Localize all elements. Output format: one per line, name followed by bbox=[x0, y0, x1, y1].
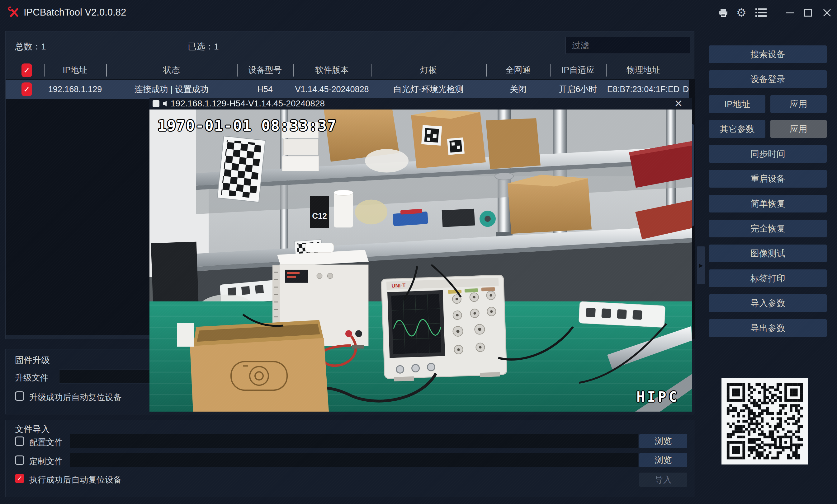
col-header-status[interactable]: 状态 bbox=[163, 62, 180, 79]
video-window-icon bbox=[153, 100, 159, 107]
close-button[interactable] bbox=[820, 5, 834, 20]
cell-model: H54 bbox=[257, 80, 273, 99]
row-checkbox[interactable]: ✓ bbox=[21, 82, 32, 96]
stats-row: 总数：1 已选：1 bbox=[5, 32, 694, 62]
app-logo-icon bbox=[7, 6, 20, 19]
firmware-section-title: 固件升级 bbox=[15, 354, 50, 366]
custom-file-label: 定制文件 bbox=[29, 456, 63, 467]
column-separator bbox=[293, 64, 293, 77]
table-header: ✓ IP地址 状态 设备型号 软件版本 灯板 全网通 IP自适应 物理地址 bbox=[5, 62, 694, 79]
camera-frame: C12 bbox=[149, 110, 692, 412]
preview-close-button[interactable]: ✕ bbox=[671, 98, 685, 110]
qr-code bbox=[722, 378, 808, 465]
device-row[interactable]: ✓ 192.168.1.129 连接成功 | 设置成功 H54 V1.14.45… bbox=[5, 80, 689, 99]
minimize-button[interactable] bbox=[783, 5, 797, 20]
menu-list-icon[interactable] bbox=[754, 5, 768, 20]
custom-file-input[interactable] bbox=[70, 453, 638, 467]
simple-restore-button[interactable]: 简单恢复 bbox=[709, 195, 827, 212]
firmware-auto-reset-label: 升级成功后自动复位设备 bbox=[29, 392, 122, 403]
import-auto-reset-checkbox[interactable]: ✓ bbox=[15, 474, 24, 483]
column-separator bbox=[606, 64, 607, 77]
column-separator bbox=[106, 64, 107, 77]
ip-address-button[interactable]: IP地址 bbox=[709, 95, 765, 113]
config-file-label: 配置文件 bbox=[29, 437, 63, 448]
device-login-button[interactable]: 设备登录 bbox=[709, 70, 827, 88]
column-separator bbox=[237, 64, 237, 77]
cell-ip: 192.168.1.129 bbox=[48, 80, 102, 99]
app-title: IPCBatchTool V2.0.0.82 bbox=[24, 0, 126, 25]
label-print-button[interactable]: 标签打印 bbox=[709, 269, 827, 287]
reboot-device-button[interactable]: 重启设备 bbox=[709, 170, 827, 188]
custom-browse-button[interactable]: 浏览 bbox=[639, 453, 687, 467]
file-import-section-title: 文件导入 bbox=[15, 424, 50, 435]
image-test-button[interactable]: 图像测试 bbox=[709, 244, 827, 262]
video-timestamp: 1970-01-01 08:33:37 bbox=[158, 117, 337, 134]
svg-text:C12: C12 bbox=[312, 211, 327, 221]
filter-input[interactable] bbox=[566, 37, 690, 54]
cell-lightboard: 白光灯-环境光检测 bbox=[394, 80, 464, 99]
import-params-button[interactable]: 导入参数 bbox=[709, 294, 827, 312]
col-header-ip[interactable]: IP地址 bbox=[63, 62, 88, 79]
video-watermark: HIPC bbox=[637, 389, 679, 405]
ip-apply-button[interactable]: 应用 bbox=[770, 95, 827, 113]
cell-ipadaptive: 开启6小时 bbox=[558, 80, 597, 99]
col-header-model[interactable]: 设备型号 bbox=[248, 62, 282, 79]
other-apply-button[interactable]: 应用 bbox=[770, 120, 827, 138]
maximize-button[interactable] bbox=[801, 5, 815, 20]
config-browse-button[interactable]: 浏览 bbox=[639, 434, 687, 448]
column-separator bbox=[486, 64, 487, 77]
sync-time-button[interactable]: 同步时间 bbox=[709, 145, 827, 163]
firmware-auto-reset-checkbox[interactable] bbox=[15, 391, 24, 401]
search-devices-button[interactable]: 搜索设备 bbox=[709, 45, 827, 63]
cell-extra-truncated: D6 bbox=[683, 80, 689, 99]
settings-gear-icon[interactable]: ⚙ bbox=[734, 5, 749, 20]
other-params-button[interactable]: 其它参数 bbox=[709, 120, 765, 138]
custom-file-checkbox[interactable] bbox=[15, 455, 24, 465]
selected-count: 1 bbox=[214, 42, 219, 51]
col-header-ipadaptive[interactable]: IP自适应 bbox=[562, 62, 595, 79]
app-window: IPCBatchTool V2.0.0.82 ⚙ bbox=[0, 0, 837, 504]
column-separator bbox=[44, 64, 44, 77]
col-header-version[interactable]: 软件版本 bbox=[315, 62, 349, 79]
config-file-checkbox[interactable] bbox=[15, 436, 24, 446]
total-count: 1 bbox=[41, 42, 46, 51]
column-separator bbox=[681, 64, 681, 77]
import-auto-reset-label: 执行成功后自动复位设备 bbox=[29, 474, 122, 485]
select-all-checkbox[interactable]: ✓ bbox=[21, 63, 32, 77]
selected-label: 已选：1 bbox=[188, 32, 219, 62]
col-header-lightboard[interactable]: 灯板 bbox=[420, 62, 437, 79]
video-preview-overlay: 192.168.1.129-H54-V1.14.45-20240828 ✕ bbox=[149, 98, 692, 412]
panel-expand-handle[interactable]: ▶ bbox=[697, 246, 705, 284]
col-header-mac[interactable]: 物理地址 bbox=[626, 62, 660, 79]
import-button[interactable]: 导入 bbox=[639, 472, 687, 487]
printer-icon[interactable] bbox=[716, 5, 730, 20]
col-header-allnetcom[interactable]: 全网通 bbox=[506, 62, 531, 79]
cell-version: V1.14.45-20240828 bbox=[295, 80, 369, 99]
column-separator bbox=[371, 64, 372, 77]
export-params-button[interactable]: 导出参数 bbox=[709, 319, 827, 337]
preview-title-bar[interactable]: 192.168.1.129-H54-V1.14.45-20240828 ✕ bbox=[149, 98, 692, 110]
camera-scene: C12 bbox=[149, 110, 692, 412]
cell-status: 连接成功 | 设置成功 bbox=[135, 80, 209, 99]
expand-arrow-icon: ▶ bbox=[699, 262, 703, 269]
title-bar: IPCBatchTool V2.0.0.82 ⚙ bbox=[0, 0, 837, 25]
total-label: 总数：1 bbox=[15, 32, 46, 62]
upgrade-file-label: 升级文件 bbox=[15, 372, 49, 383]
column-separator bbox=[550, 64, 551, 77]
speaker-icon bbox=[162, 100, 169, 107]
config-file-input[interactable] bbox=[70, 434, 638, 448]
file-import-section: 文件导入 配置文件 浏览 定制文件 浏览 ✓ 执行成功后自动复位设备 导入 bbox=[5, 420, 694, 497]
preview-title: 192.168.1.129-H54-V1.14.45-20240828 bbox=[171, 98, 325, 110]
cell-allnetcom: 关闭 bbox=[510, 80, 527, 99]
svg-text:UNI-T: UNI-T bbox=[391, 282, 406, 289]
cell-mac: E8:B7:23:04:1F:ED bbox=[607, 80, 680, 99]
full-restore-button[interactable]: 完全恢复 bbox=[709, 220, 827, 237]
